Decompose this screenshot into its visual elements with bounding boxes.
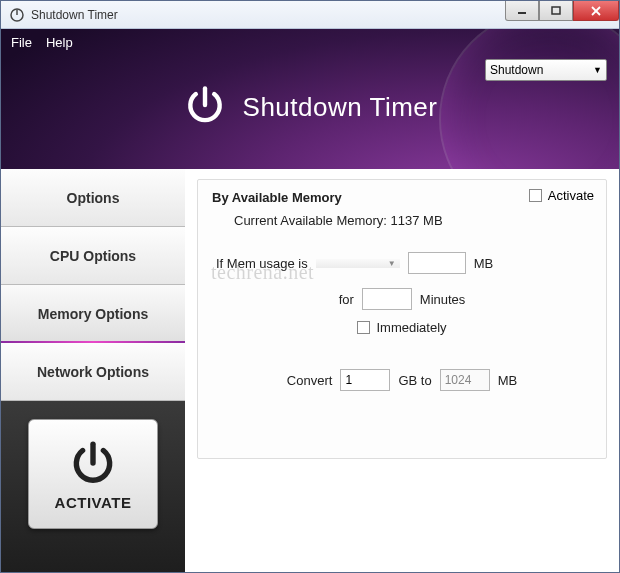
mem-threshold-input[interactable]: [408, 252, 466, 274]
convert-label: Convert: [287, 373, 333, 388]
tab-options[interactable]: Options: [1, 169, 185, 227]
power-icon: [68, 438, 118, 488]
action-dropdown[interactable]: Shutdown ▼: [485, 59, 607, 81]
duration-input[interactable]: [362, 288, 412, 310]
sidebar-lower: ACTIVATE: [1, 401, 185, 572]
immediately-label: Immediately: [376, 320, 446, 335]
current-memory-label: Current Available Memory: 1137 MB: [234, 213, 592, 228]
tab-memory-label: Memory Options: [38, 306, 148, 322]
tab-memory-options[interactable]: Memory Options: [1, 285, 185, 343]
window-title: Shutdown Timer: [31, 8, 118, 22]
mem-condition-row: If Mem usage is ▼ MB: [216, 252, 592, 274]
tab-cpu-label: CPU Options: [50, 248, 136, 264]
immediately-checkbox[interactable]: [357, 321, 370, 334]
if-mem-label: If Mem usage is: [216, 256, 308, 271]
menubar: File Help: [1, 29, 619, 55]
gb-to-label: GB to: [398, 373, 431, 388]
activate-button-label: ACTIVATE: [55, 494, 132, 511]
menu-file[interactable]: File: [11, 35, 32, 50]
window-controls: [505, 1, 619, 21]
mem-operator-dropdown[interactable]: ▼: [316, 259, 400, 268]
titlebar: Shutdown Timer: [1, 1, 619, 29]
body-area: Options CPU Options Memory Options Netwo…: [1, 169, 619, 572]
immediately-row: Immediately: [212, 320, 592, 335]
app-small-icon: [9, 7, 25, 23]
activate-checkbox-label: Activate: [548, 188, 594, 203]
mb-unit-label-2: MB: [498, 373, 518, 388]
sidebar: Options CPU Options Memory Options Netwo…: [1, 169, 185, 572]
content-area: By Available Memory Activate Current Ava…: [185, 169, 619, 572]
tab-cpu-options[interactable]: CPU Options: [1, 227, 185, 285]
for-label: for: [339, 292, 354, 307]
tab-network-label: Network Options: [37, 364, 149, 380]
minutes-label: Minutes: [420, 292, 466, 307]
power-icon: [183, 83, 227, 131]
app-title-group: Shutdown Timer: [1, 83, 619, 131]
activate-button[interactable]: ACTIVATE: [28, 419, 158, 529]
memory-panel: By Available Memory Activate Current Ava…: [197, 179, 607, 459]
activate-checkbox[interactable]: [529, 189, 542, 202]
menu-help[interactable]: Help: [46, 35, 73, 50]
header-banner: File Help Shutdown ▼ Shutdown Timer: [1, 29, 619, 169]
duration-row: for Minutes: [212, 288, 592, 310]
convert-row: Convert GB to MB: [212, 369, 592, 391]
minimize-button[interactable]: [505, 1, 539, 21]
chevron-down-icon: ▼: [388, 259, 396, 268]
tab-options-label: Options: [67, 190, 120, 206]
convert-to-output: [440, 369, 490, 391]
maximize-button[interactable]: [539, 1, 573, 21]
mb-unit-label: MB: [474, 256, 494, 271]
activate-checkbox-group[interactable]: Activate: [529, 188, 594, 203]
close-button[interactable]: [573, 1, 619, 21]
action-dropdown-value: Shutdown: [490, 63, 543, 77]
app-window: Shutdown Timer File Help Shutdown ▼ Shut…: [0, 0, 620, 573]
svg-rect-3: [552, 7, 560, 14]
app-name-label: Shutdown Timer: [243, 92, 438, 123]
tab-network-options[interactable]: Network Options: [1, 343, 185, 401]
convert-from-input[interactable]: [340, 369, 390, 391]
chevron-down-icon: ▼: [593, 65, 602, 75]
